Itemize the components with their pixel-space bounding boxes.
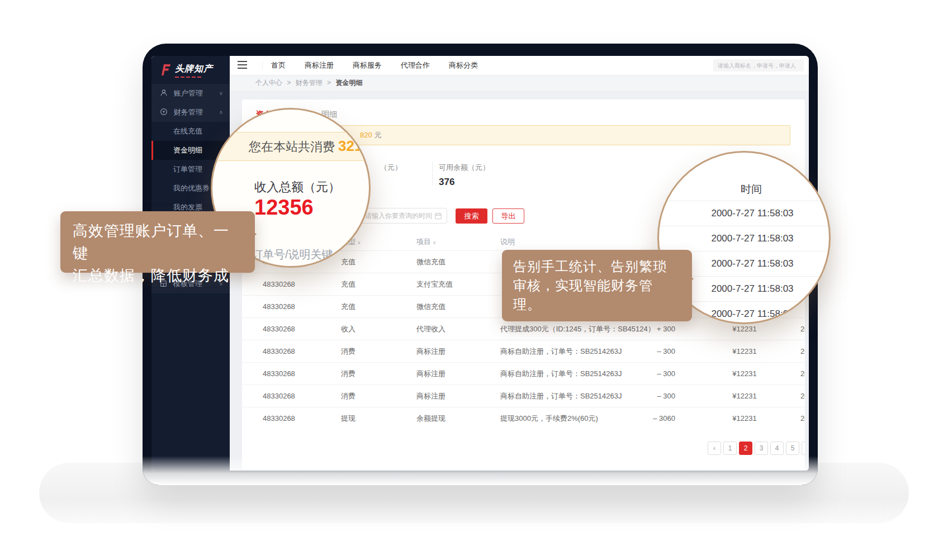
cell-project: 微信充值 [416,251,445,273]
nav-item-category[interactable]: 商标分类 [449,60,478,70]
pagination-page-button[interactable]: 5 [786,442,799,455]
cell-amount: – 300 [628,363,675,385]
top-navbar: 首页 商标注册 商标服务 代理合作 商标分类 [230,56,809,75]
stat-expense: （元） [380,162,402,173]
breadcrumb-separator: > [287,79,291,87]
pagination-page-button[interactable]: 3 [755,442,768,455]
stat-label: 可用余额（元） [439,163,490,172]
cell-amount: – 300 [628,340,675,362]
stat-balance: 可用余额（元） 376 [439,162,490,188]
cell-type: 充值 [341,296,356,317]
cell-order: 48330268 [263,318,295,340]
sidebar-item-label: 我的优惠券 [173,184,210,192]
top-menu: 首页 商标注册 商标服务 代理合作 商标分类 [271,56,478,75]
trademark-search-input[interactable] [713,59,804,72]
pagination-page-button[interactable]: 1 [723,442,737,455]
lens-income-value: 12356 [254,196,314,220]
sidebar-item-recharge[interactable]: 在线充值 [151,122,230,141]
callout-text-line: 高效管理账户订单、一键 [73,220,243,264]
calendar-icon[interactable] [434,212,442,220]
table-row: 48330268 消费 商标注册 商标自助注册，订单号：SB2514263J –… [242,340,805,362]
sidebar-item-label: 账户管理 [174,89,203,97]
nav-item-services[interactable]: 商标服务 [353,60,382,70]
screen-bottom-fade [143,456,818,485]
callout-text-line: 告别手工统计、告别繁琐 [513,257,681,276]
cell-order: 48330268 [263,273,295,295]
cell-order: 48330268 [263,296,295,317]
lens-time-value: 2000-7-27 11:58:03 [659,226,829,251]
cell-project: 商标注册 [416,385,445,407]
pagination-prev-button[interactable]: ‹ [708,442,721,455]
pagination-next-button[interactable] [802,442,805,455]
banner-rest-amount: 820 [360,131,372,139]
stat-label: （元） [380,163,402,172]
cell-order: 48330268 [263,363,295,385]
cell-time: 2000-7-27 11:58:03 [800,363,805,385]
nav-item-agency[interactable]: 代理合作 [401,60,430,70]
cell-balance: ¥12231 [727,407,762,429]
pagination-page-button-active[interactable]: 2 [739,442,752,455]
breadcrumb-current: 资金明细 [335,79,362,87]
sidebar-item-account[interactable]: 账户管理 ∨ [151,84,230,103]
cell-project: 支付宝充值 [416,273,453,295]
cell-type: 消费 [341,385,356,407]
cell-project: 商标注册 [416,340,445,362]
cell-project: 余额提现 [416,407,445,429]
sort-chevron-icon: ∨ [433,240,437,245]
banner-rest-text: 820元 [360,126,382,145]
cell-type: 消费 [341,363,356,385]
breadcrumb: 个人中心 > 财务管理 > 资金明细 [230,75,809,91]
banner-rest-unit: 元 [375,131,382,139]
cell-order: 48330268 [263,340,295,362]
callout-text-line: 审核，实现智能财务管 [513,276,681,295]
cell-project: 商标注册 [416,363,445,385]
cell-project: 代理收入 [416,318,445,340]
table-header-project[interactable]: 项目∨ [416,234,437,251]
logo-icon [159,63,172,77]
search-button[interactable]: 搜索 [456,208,487,224]
cell-type: 充值 [341,273,356,295]
logo[interactable]: 头牌知产 [159,63,213,78]
cell-time: 2000-7-27 11:58:03 [800,340,805,362]
stat-divider [432,161,433,186]
table-row: 48330268 消费 商标注册 商标自助注册，订单号：SB2514263J –… [242,362,805,385]
cell-amount: – 3060 [628,407,675,429]
nav-item-home[interactable]: 首页 [271,60,286,70]
cell-time: 2000-7-27 11:58:03 [800,385,805,407]
chevron-up-icon: ∧ [219,103,223,122]
cell-desc: 商标自助注册，订单号：SB2514263J [500,385,622,407]
cell-project: 微信充值 [416,296,445,317]
cell-order: 48330268 [263,385,295,407]
lens-time-value: 2000-7-27 11:58:03 [659,201,829,226]
table-row: 48330268 消费 商标注册 商标自助注册，订单号：SB2514263J –… [242,385,805,407]
cell-type: 提现 [341,407,356,429]
cell-balance: ¥12231 [727,385,762,407]
lens-banner-prefix: 您在本站共消费 [249,140,335,154]
breadcrumb-item[interactable]: 财务管理 [296,79,323,87]
pagination-page-button[interactable]: 4 [770,442,784,455]
hamburger-menu-icon[interactable] [238,61,263,70]
callout-text-line: 汇总数据，降低财务成本 [73,264,243,309]
cell-balance: ¥12231 [727,363,762,385]
cell-type: 收入 [341,318,356,340]
export-button[interactable]: 导出 [492,208,524,224]
breadcrumb-item[interactable]: 个人中心 [255,79,282,87]
lens-income-label: 收入总额（元） [254,179,340,196]
cell-balance: ¥12231 [727,340,762,362]
callout-text-line: 理。 [513,295,681,314]
cell-order: 48330268 [263,407,295,429]
sidebar-item-label: 订单管理 [173,165,202,173]
lens-time-header: 时间 [659,178,829,201]
cell-desc: 提现3000元，手续费2%(60元) [500,407,598,429]
lens-table-header: 订单号/说明关键 [252,247,333,262]
sidebar-item-label: 资金明细 [173,146,202,154]
sidebar-item-finance[interactable]: 财务管理 ∧ [151,103,230,122]
cell-type: 充值 [341,251,356,273]
nav-item-register[interactable]: 商标注册 [305,60,334,70]
cell-type: 消费 [341,340,356,362]
logo-tagline [175,77,213,78]
cell-time: 2000-7-27 11:58:03 [800,318,805,340]
cell-amount: – 300 [628,385,675,407]
table-header-desc: 说明 [500,234,515,250]
callout-right: 告别手工统计、告别繁琐 审核，实现智能财务管 理。 [502,250,692,321]
